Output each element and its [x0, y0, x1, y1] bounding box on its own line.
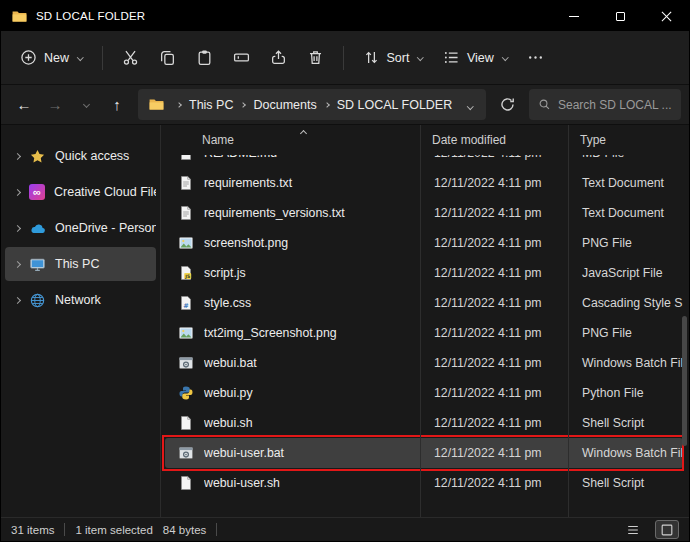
file-name: webui.bat — [204, 356, 420, 370]
file-date-modified: 12/11/2022 4:11 pm — [420, 155, 568, 160]
file-row[interactable]: #style.css12/11/2022 4:11 pmCascading St… — [165, 288, 683, 318]
file-name: screenshot.png — [204, 236, 420, 250]
chevron-down-icon — [467, 103, 473, 109]
star-icon — [29, 148, 46, 165]
cut-button[interactable] — [113, 41, 148, 74]
file-name: webui.py — [204, 386, 420, 400]
sidebar-item-network[interactable]: Network — [5, 283, 156, 317]
trash-icon — [307, 49, 324, 66]
generic-file-icon — [177, 155, 194, 161]
chevron-right-icon[interactable] — [14, 260, 21, 267]
copy-button[interactable] — [150, 41, 185, 74]
file-row[interactable]: txt2img_Screenshot.png12/11/2022 4:11 pm… — [165, 318, 683, 348]
address-bar[interactable]: This PCDocumentsSD LOCAL FOLDER — [138, 89, 486, 120]
batch-file-icon — [177, 355, 194, 371]
sidebar-item-this-pc[interactable]: This PC — [5, 247, 156, 281]
file-name: style.css — [204, 296, 420, 310]
toolbar-separator — [102, 46, 103, 70]
paste-button[interactable] — [187, 41, 222, 74]
file-row[interactable]: requirements_versions.txt12/11/2022 4:11… — [165, 198, 683, 228]
chevron-right-icon[interactable] — [14, 188, 21, 195]
more-options-button[interactable] — [518, 41, 553, 74]
file-type: Text Document — [568, 176, 683, 190]
file-row[interactable]: webui.sh12/11/2022 4:11 pmShell Script — [165, 408, 683, 438]
file-type: Text Document — [568, 206, 683, 220]
file-row[interactable]: webui.bat12/11/2022 4:11 pmWindows Batch… — [165, 348, 683, 378]
maximize-button[interactable] — [597, 1, 643, 31]
file-name: webui.sh — [204, 416, 420, 430]
file-row[interactable]: webui-user.bat12/11/2022 4:11 pmWindows … — [165, 438, 683, 468]
sidebar: Quick access∞Creative Cloud FilesOneDriv… — [1, 125, 161, 517]
chevron-down-icon — [82, 101, 89, 108]
file-row[interactable]: webui-user.sh12/11/2022 4:11 pmShell Scr… — [165, 468, 683, 498]
file-type: Shell Script — [568, 416, 683, 430]
back-button[interactable]: ← — [9, 90, 39, 120]
column-header-name[interactable]: Name — [161, 125, 418, 155]
status-divider — [216, 523, 217, 536]
file-row[interactable]: screenshot.png12/11/2022 4:11 pmPNG File — [165, 228, 683, 258]
column-header-date-modified[interactable]: Date modified — [418, 125, 566, 155]
main-area: Quick access∞Creative Cloud FilesOneDriv… — [1, 125, 689, 517]
status-bar: 31 items 1 item selected 84 bytes — [1, 517, 689, 541]
scrollbar-thumb[interactable] — [682, 316, 687, 446]
file-row[interactable]: requirements.txt12/11/2022 4:11 pmText D… — [165, 168, 683, 198]
breadcrumb-item[interactable]: SD LOCAL FOLDER — [337, 98, 453, 112]
file-type: JavaScript File — [568, 266, 683, 280]
share-button[interactable] — [261, 41, 296, 74]
file-type: PNG File — [568, 326, 683, 340]
forward-button[interactable]: → — [40, 90, 70, 120]
scrollbar[interactable] — [681, 157, 688, 511]
file-date-modified: 12/11/2022 4:11 pm — [420, 446, 568, 460]
chevron-right-icon[interactable] — [14, 224, 21, 231]
up-button[interactable]: ↑ — [102, 90, 132, 120]
navigation-bar: ← → ↑ This PCDocumentsSD LOCAL FOLDER — [1, 85, 689, 125]
file-row[interactable]: README.md12/11/2022 4:11 pmMD File — [165, 155, 683, 168]
image-file-icon — [177, 325, 194, 341]
command-bar: New — [1, 31, 689, 85]
large-icons-view-button[interactable] — [655, 520, 679, 539]
css-file-icon: # — [177, 295, 194, 311]
chevron-down-icon — [418, 54, 424, 60]
up-icon: ↑ — [113, 96, 121, 113]
minimize-button[interactable] — [551, 1, 597, 31]
refresh-icon — [499, 96, 516, 113]
details-view-button[interactable] — [621, 520, 645, 539]
new-button[interactable]: New — [11, 41, 92, 74]
column-header-label: Name — [202, 133, 234, 147]
close-button[interactable] — [643, 1, 689, 31]
file-list-body: README.md12/11/2022 4:11 pmMD Filerequir… — [161, 155, 689, 517]
shell-script-icon — [177, 415, 194, 431]
file-type: Python File — [568, 386, 683, 400]
rename-button[interactable] — [224, 41, 259, 74]
sidebar-item-quick-access[interactable]: Quick access — [5, 139, 156, 173]
sort-button[interactable]: Sort — [354, 41, 432, 74]
file-type: Shell Script — [568, 476, 683, 490]
chevron-right-icon[interactable] — [14, 296, 21, 303]
file-row[interactable]: webui.py12/11/2022 4:11 pmPython File — [165, 378, 683, 408]
search-input[interactable] — [558, 98, 672, 112]
folder-icon — [148, 96, 165, 113]
file-date-modified: 12/11/2022 4:11 pm — [420, 176, 568, 190]
delete-button[interactable] — [298, 41, 333, 74]
column-header-type[interactable]: Type — [566, 125, 689, 155]
new-button-label: New — [44, 51, 69, 65]
selection-count: 1 item selected — [75, 524, 152, 536]
file-type: Windows Batch File — [568, 446, 683, 460]
sidebar-item-label: Network — [55, 293, 101, 307]
ellipsis-icon — [527, 49, 544, 66]
search-icon — [538, 98, 551, 111]
sidebar-item-onedrive-personal[interactable]: OneDrive - Personal — [5, 211, 156, 245]
file-name: webui-user.bat — [204, 446, 420, 460]
file-row[interactable]: JSscript.js12/11/2022 4:11 pmJavaScript … — [165, 258, 683, 288]
refresh-button[interactable] — [492, 90, 522, 120]
recent-locations-button[interactable] — [71, 90, 101, 120]
chevron-right-icon[interactable] — [14, 152, 21, 159]
view-button[interactable]: View — [434, 41, 516, 74]
address-dropdown-button[interactable] — [464, 94, 477, 116]
file-date-modified: 12/11/2022 4:11 pm — [420, 386, 568, 400]
sidebar-item-creative-cloud-files[interactable]: ∞Creative Cloud Files — [5, 175, 156, 209]
sidebar-item-label: Creative Cloud Files — [54, 185, 156, 199]
breadcrumb-item[interactable]: This PC — [189, 98, 233, 112]
breadcrumb-item[interactable]: Documents — [253, 98, 316, 112]
file-area: Name Date modified Type README.md12/11/2… — [161, 125, 689, 517]
